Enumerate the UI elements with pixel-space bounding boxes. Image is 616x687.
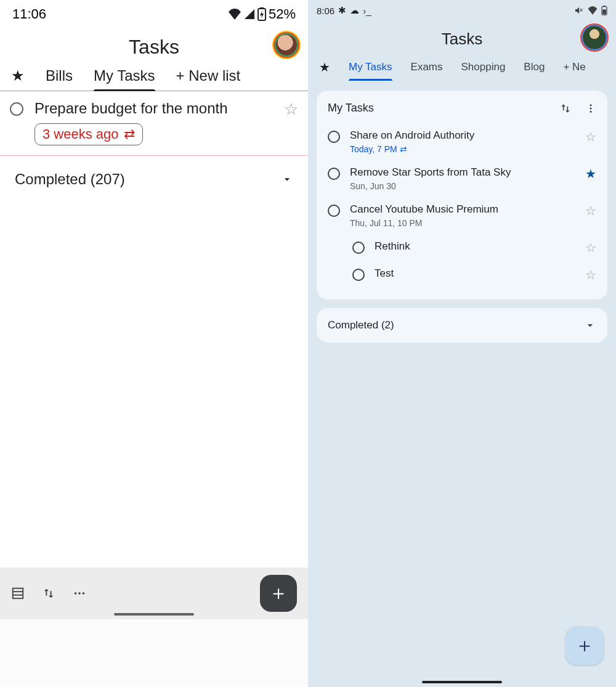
tab-shopping[interactable]: Shopping bbox=[461, 61, 506, 73]
subtask-row[interactable]: Rethink ☆ bbox=[328, 234, 596, 261]
signal-icon bbox=[244, 9, 255, 20]
task-row[interactable]: Prepare budget for the month 3 weeks ago… bbox=[0, 91, 308, 156]
slack-icon: ✱ bbox=[338, 5, 346, 16]
task-row[interactable]: Share on Android Authority Today, 7 PM ⇄… bbox=[328, 123, 596, 160]
task-title: Prepare budget for the month bbox=[34, 100, 273, 117]
star-outline-icon[interactable]: ☆ bbox=[585, 240, 596, 255]
list-tabs: ★ Bills My Tasks + New list bbox=[0, 67, 308, 91]
card-title: My Tasks bbox=[328, 102, 374, 115]
tasks-card: My Tasks Share on Android Authority Toda… bbox=[317, 91, 607, 299]
screen-left-bleed bbox=[0, 619, 308, 687]
subtask-row[interactable]: Test ☆ bbox=[328, 261, 596, 288]
task-date-chip[interactable]: 3 weeks ago ⇄ bbox=[34, 123, 143, 145]
task-row[interactable]: Remove Star Sports from Tata Sky Sun, Ju… bbox=[328, 160, 596, 197]
task-date[interactable]: Sun, Jun 30 bbox=[350, 181, 575, 191]
card-header: My Tasks bbox=[328, 102, 596, 115]
profile-avatar[interactable] bbox=[275, 33, 298, 57]
wifi-icon bbox=[228, 9, 241, 20]
status-left-icons: 8:06 ✱ ☁ ›_ bbox=[317, 5, 371, 16]
add-task-fab[interactable]: ＋ bbox=[565, 627, 604, 665]
screen-right: 8:06 ✱ ☁ ›_ Tasks ★ M bbox=[308, 0, 616, 687]
status-bar: 11:06 52% bbox=[0, 0, 308, 25]
completed-card[interactable]: Completed (2) bbox=[317, 308, 607, 343]
svg-point-6 bbox=[78, 592, 81, 595]
task-title: Rethink bbox=[375, 240, 575, 253]
task-title: Test bbox=[375, 267, 575, 280]
svg-point-13 bbox=[590, 110, 592, 112]
app-title: Tasks bbox=[129, 36, 179, 58]
app-title: Tasks bbox=[442, 30, 482, 48]
chevron-down-icon bbox=[584, 319, 596, 331]
screen-left: 11:06 52% Tasks ★ Bills My Tasks bbox=[0, 0, 308, 619]
task-row[interactable]: Cancel Youtube Music Premium Thu, Jul 11… bbox=[328, 197, 596, 234]
repeat-icon: ⇄ bbox=[124, 126, 135, 142]
tab-exams[interactable]: Exams bbox=[411, 61, 443, 73]
list-view-icon[interactable] bbox=[11, 587, 25, 600]
star-outline-icon[interactable]: ☆ bbox=[284, 100, 298, 119]
nav-handle[interactable] bbox=[422, 681, 502, 683]
status-right-icons bbox=[574, 6, 607, 15]
tab-new-list[interactable]: + Ne bbox=[563, 61, 585, 73]
terminal-icon: ›_ bbox=[363, 6, 371, 16]
svg-point-11 bbox=[590, 104, 592, 106]
tab-my-tasks[interactable]: My Tasks bbox=[349, 61, 392, 73]
status-icons: 52% bbox=[228, 6, 296, 22]
star-outline-icon[interactable]: ☆ bbox=[585, 129, 596, 144]
task-complete-radio[interactable] bbox=[10, 102, 23, 116]
wifi-icon bbox=[588, 6, 598, 15]
star-filled-icon[interactable]: ★ bbox=[585, 166, 596, 181]
status-time: 8:06 bbox=[317, 6, 334, 16]
completed-label: Completed (207) bbox=[15, 171, 125, 188]
status-time: 11:06 bbox=[12, 6, 46, 22]
svg-rect-2 bbox=[13, 588, 23, 599]
task-complete-radio[interactable] bbox=[352, 269, 365, 281]
app-title-row: Tasks bbox=[308, 17, 616, 60]
nav-handle[interactable] bbox=[114, 613, 194, 616]
cloud-icon: ☁ bbox=[350, 5, 359, 16]
task-complete-radio[interactable] bbox=[328, 205, 340, 217]
task-complete-radio[interactable] bbox=[328, 168, 340, 180]
svg-point-5 bbox=[75, 592, 77, 595]
list-tabs: ★ My Tasks Exams Shopping Blog + Ne bbox=[308, 60, 616, 82]
task-complete-radio[interactable] bbox=[352, 242, 365, 254]
star-outline-icon[interactable]: ☆ bbox=[585, 203, 596, 218]
completed-section[interactable]: Completed (207) bbox=[0, 156, 308, 203]
star-outline-icon[interactable]: ☆ bbox=[585, 267, 596, 282]
tab-my-tasks[interactable]: My Tasks bbox=[94, 67, 155, 84]
more-vert-icon[interactable] bbox=[585, 103, 596, 114]
svg-rect-9 bbox=[603, 6, 605, 7]
svg-rect-1 bbox=[260, 7, 264, 9]
task-title: Remove Star Sports from Tata Sky bbox=[350, 166, 575, 179]
svg-point-7 bbox=[83, 592, 85, 595]
chevron-down-icon bbox=[281, 173, 293, 185]
task-title: Share on Android Authority bbox=[350, 129, 575, 142]
add-task-fab[interactable]: ＋ bbox=[260, 575, 297, 612]
tab-blog[interactable]: Blog bbox=[524, 61, 545, 73]
starred-tab-icon[interactable]: ★ bbox=[11, 67, 25, 84]
profile-avatar[interactable] bbox=[583, 26, 606, 49]
task-date-text: 3 weeks ago bbox=[43, 126, 119, 142]
task-body: Prepare budget for the month 3 weeks ago… bbox=[34, 100, 273, 145]
sort-icon[interactable] bbox=[559, 102, 572, 115]
svg-point-12 bbox=[590, 107, 592, 109]
svg-rect-10 bbox=[602, 9, 606, 14]
more-icon[interactable] bbox=[73, 587, 86, 600]
mute-icon bbox=[574, 6, 584, 15]
task-date[interactable]: Thu, Jul 11, 10 PM bbox=[350, 218, 575, 228]
tab-bills[interactable]: Bills bbox=[46, 67, 73, 84]
task-complete-radio[interactable] bbox=[328, 131, 340, 143]
starred-tab-icon[interactable]: ★ bbox=[319, 60, 330, 75]
battery-percent: 52% bbox=[269, 6, 296, 22]
task-title: Cancel Youtube Music Premium bbox=[350, 203, 575, 216]
tab-new-list[interactable]: + New list bbox=[176, 67, 241, 84]
battery-charging-icon bbox=[257, 7, 266, 21]
task-date[interactable]: Today, 7 PM ⇄ bbox=[350, 144, 575, 154]
app-title-row: Tasks bbox=[0, 25, 308, 67]
bottom-toolbar: ＋ bbox=[0, 567, 308, 619]
completed-label: Completed (2) bbox=[328, 319, 394, 331]
sort-icon[interactable] bbox=[42, 587, 55, 600]
battery-icon bbox=[601, 6, 607, 15]
status-bar: 8:06 ✱ ☁ ›_ bbox=[308, 0, 616, 17]
